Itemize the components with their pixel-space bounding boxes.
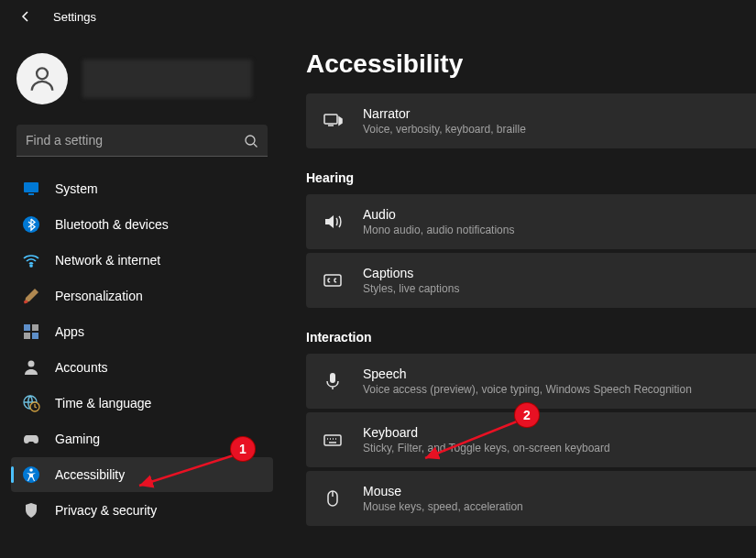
svg-rect-3 — [28, 193, 34, 195]
svg-point-15 — [29, 468, 33, 472]
wifi-icon — [22, 251, 40, 269]
svg-point-1 — [246, 136, 255, 145]
keyboard-icon — [323, 430, 343, 450]
sidebar-item-label: Personalization — [55, 289, 143, 303]
sidebar-item-label: Apps — [55, 324, 84, 339]
card-title: Narrator — [363, 106, 526, 121]
narrator-icon — [323, 111, 343, 131]
card-desc: Mouse keys, speed, acceleration — [363, 500, 523, 513]
search-wrap — [16, 125, 268, 157]
annotation-badge-2: 2 — [515, 403, 539, 427]
sidebar-item-privacy[interactable]: Privacy & security — [11, 493, 273, 528]
bluetooth-icon — [22, 215, 40, 234]
section-interaction: Interaction — [306, 330, 756, 345]
card-title: Keyboard — [363, 425, 610, 440]
accessibility-icon — [22, 465, 40, 484]
card-title: Captions — [363, 266, 459, 280]
sidebar-item-bluetooth[interactable]: Bluetooth & devices — [11, 207, 273, 242]
sidebar-item-accessibility[interactable]: Accessibility — [11, 457, 273, 492]
card-narrator[interactable]: Narrator Voice, verbosity, keyboard, bra… — [306, 93, 756, 148]
annotation-badge-1: 1 — [231, 437, 255, 461]
card-title: Audio — [363, 207, 514, 222]
apps-icon — [22, 323, 40, 341]
globe-clock-icon — [22, 394, 40, 412]
back-icon[interactable] — [18, 9, 33, 24]
sidebar: System Bluetooth & devices Network & int… — [0, 33, 284, 554]
person-icon — [22, 358, 40, 377]
svg-rect-19 — [324, 435, 341, 445]
svg-rect-8 — [32, 324, 38, 331]
search-input[interactable] — [16, 125, 268, 157]
sidebar-item-label: Network & internet — [55, 253, 160, 268]
card-desc: Voice, verbosity, keyboard, braille — [363, 123, 526, 136]
sidebar-item-label: Bluetooth & devices — [55, 217, 169, 232]
card-title: Mouse — [363, 484, 523, 498]
svg-point-5 — [30, 265, 32, 267]
titlebar: Settings — [0, 0, 756, 33]
card-desc: Voice access (preview), voice typing, Wi… — [363, 383, 692, 396]
svg-rect-9 — [24, 333, 30, 339]
sidebar-item-system[interactable]: System — [11, 171, 273, 206]
user-block[interactable] — [11, 40, 273, 125]
svg-point-11 — [28, 361, 35, 367]
svg-rect-17 — [324, 275, 341, 286]
sidebar-item-apps[interactable]: Apps — [11, 314, 273, 349]
sidebar-item-label: Accessibility — [55, 467, 125, 482]
mouse-icon — [323, 488, 343, 509]
card-speech[interactable]: Speech Voice access (preview), voice typ… — [306, 354, 756, 409]
shield-icon — [22, 501, 40, 520]
card-desc: Mono audio, audio notifications — [363, 224, 514, 236]
system-icon — [22, 180, 40, 198]
gamepad-icon — [22, 430, 40, 448]
svg-rect-2 — [24, 182, 38, 192]
card-title: Speech — [363, 367, 692, 381]
svg-rect-7 — [24, 324, 30, 331]
card-audio[interactable]: Audio Mono audio, audio notifications — [306, 194, 756, 249]
sidebar-item-personalization[interactable]: Personalization — [11, 279, 273, 313]
main: Accessibility Narrator Voice, verbosity,… — [284, 33, 756, 554]
page-title: Accessibility — [306, 49, 756, 79]
svg-point-0 — [37, 68, 48, 79]
window-title: Settings — [53, 10, 96, 24]
microphone-icon — [323, 371, 343, 391]
sidebar-item-accounts[interactable]: Accounts — [11, 350, 273, 385]
sidebar-item-label: Accounts — [55, 360, 108, 375]
sidebar-item-network[interactable]: Network & internet — [11, 243, 273, 278]
card-mouse[interactable]: Mouse Mouse keys, speed, acceleration — [306, 471, 756, 526]
svg-rect-10 — [32, 333, 38, 339]
speaker-icon — [323, 212, 343, 232]
section-hearing: Hearing — [306, 170, 756, 185]
svg-rect-18 — [330, 373, 335, 383]
card-captions[interactable]: Captions Styles, live captions — [306, 253, 756, 308]
card-desc: Sticky, Filter, and Toggle keys, on-scre… — [363, 442, 610, 454]
sidebar-item-label: Privacy & security — [55, 503, 157, 518]
search-icon — [244, 134, 258, 148]
user-info-redacted — [82, 60, 252, 98]
sidebar-item-time[interactable]: Time & language — [11, 386, 273, 421]
captions-icon — [323, 270, 343, 290]
sidebar-item-label: Gaming — [55, 432, 100, 446]
sidebar-item-label: Time & language — [55, 396, 151, 410]
avatar — [16, 53, 68, 104]
card-desc: Styles, live captions — [363, 282, 459, 295]
nav: System Bluetooth & devices Network & int… — [11, 171, 273, 528]
svg-rect-16 — [324, 115, 337, 124]
sidebar-item-label: System — [55, 181, 98, 196]
brush-icon — [22, 287, 40, 305]
